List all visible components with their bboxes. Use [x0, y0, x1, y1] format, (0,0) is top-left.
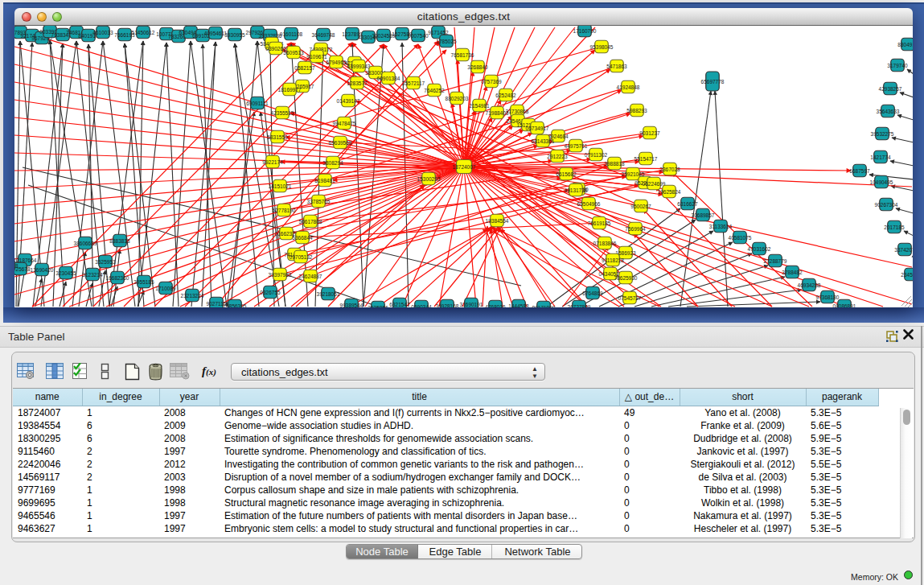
svg-text:08086891: 08086891	[833, 303, 856, 308]
svg-text:60504966: 60504966	[577, 201, 601, 207]
svg-text:69091111: 69091111	[246, 101, 269, 106]
svg-text:3988818: 3988818	[604, 161, 625, 167]
svg-text:2154981: 2154981	[469, 103, 490, 109]
svg-text:99389544: 99389544	[340, 303, 363, 308]
svg-text:49131738: 49131738	[565, 187, 588, 193]
svg-text:06734917: 06734917	[526, 126, 549, 131]
svg-text:76856395: 76856395	[224, 303, 247, 308]
svg-text:13690420: 13690420	[31, 267, 54, 273]
svg-text:52778190: 52778190	[273, 208, 296, 213]
svg-text:14151021: 14151021	[269, 183, 292, 189]
svg-text:19625824: 19625824	[658, 189, 681, 195]
svg-text:3808294: 3808294	[322, 160, 343, 166]
svg-text:69639568: 69639568	[329, 140, 352, 146]
svg-text:9717918: 9717918	[14, 263, 18, 269]
svg-text:39397983: 39397983	[269, 272, 292, 278]
svg-text:6687597: 6687597	[849, 168, 870, 174]
svg-text:39532275: 39532275	[871, 131, 894, 137]
svg-text:3268840: 3268840	[467, 64, 488, 70]
svg-text:78625930: 78625930	[614, 275, 638, 281]
svg-text:6764869: 6764869	[582, 290, 603, 296]
svg-text:40581075: 40581075	[729, 235, 752, 241]
svg-text:1283577: 1283577	[347, 80, 368, 86]
svg-text:50617808: 50617808	[299, 219, 322, 225]
svg-text:6316627: 6316627	[677, 201, 698, 207]
svg-text:31690191: 31690191	[460, 302, 483, 307]
svg-text:4610033: 4610033	[92, 30, 113, 35]
svg-text:23213224: 23213224	[181, 293, 204, 299]
svg-text:3955185: 3955185	[133, 279, 154, 285]
svg-text:3179740: 3179740	[887, 63, 908, 68]
svg-text:6831550: 6831550	[267, 134, 288, 140]
svg-text:2017185: 2017185	[884, 225, 905, 230]
svg-text:31730868: 31730868	[506, 109, 529, 114]
svg-text:76581736: 76581736	[451, 52, 474, 58]
svg-text:07545727: 07545727	[618, 295, 642, 301]
svg-text:5366844: 5366844	[292, 235, 313, 241]
svg-text:3788482: 3788482	[782, 270, 803, 275]
svg-text:51450612: 51450612	[132, 30, 155, 35]
svg-text:0326755: 0326755	[260, 290, 281, 295]
svg-text:88029203: 88029203	[446, 96, 469, 101]
svg-text:26727899: 26727899	[568, 304, 591, 308]
svg-text:1710089: 1710089	[155, 286, 176, 291]
svg-text:15300293: 15300293	[417, 176, 441, 182]
svg-text:1421774: 1421774	[870, 154, 891, 160]
svg-text:1444588: 1444588	[508, 303, 529, 308]
svg-text:3123214: 3123214	[82, 272, 103, 278]
svg-text:89171890: 89171890	[532, 305, 556, 308]
svg-text:38606689: 38606689	[74, 241, 97, 246]
svg-text:8804917: 8804917	[897, 42, 913, 47]
svg-text:42938257: 42938257	[879, 86, 902, 92]
svg-text:06224699: 06224699	[643, 181, 666, 187]
svg-text:33785765: 33785765	[307, 199, 331, 204]
svg-text:5988293: 5988293	[626, 108, 647, 113]
svg-text:40954611: 40954611	[204, 31, 228, 36]
svg-text:91601108: 91601108	[280, 31, 303, 37]
svg-text:12187664: 12187664	[14, 257, 37, 263]
svg-text:39218051: 39218051	[317, 291, 340, 297]
svg-text:25921045: 25921045	[622, 171, 645, 177]
svg-text:76619185: 76619185	[588, 220, 611, 226]
svg-text:4768036: 4768036	[485, 304, 506, 308]
svg-text:0582157: 0582157	[294, 65, 315, 71]
svg-text:3230455: 3230455	[55, 270, 76, 276]
svg-text:9171452: 9171452	[428, 30, 449, 35]
svg-text:6615682: 6615682	[556, 171, 577, 177]
svg-text:7646252: 7646252	[424, 88, 445, 93]
svg-text:9007540: 9007540	[408, 33, 429, 39]
svg-text:60901384: 60901384	[377, 76, 400, 81]
svg-text:44999343: 44999343	[347, 64, 371, 69]
svg-text:55154717: 55154717	[634, 156, 658, 162]
svg-text:6252482: 6252482	[495, 93, 516, 98]
svg-text:65697778: 65697778	[701, 79, 725, 84]
svg-text:07911302: 07911302	[585, 152, 608, 158]
svg-text:24624887: 24624887	[299, 274, 322, 279]
svg-text:97368180: 97368180	[816, 295, 840, 300]
svg-text:91118218: 91118218	[602, 257, 624, 263]
svg-text:8383838: 8383838	[109, 238, 130, 244]
svg-text:36469748: 36469748	[312, 32, 335, 38]
svg-text:17160790: 17160790	[573, 28, 597, 34]
svg-text:1785025: 1785025	[436, 39, 457, 44]
svg-text:42355515: 42355515	[271, 110, 294, 116]
svg-text:5471863: 5471863	[606, 64, 627, 69]
svg-text:47031602: 47031602	[748, 246, 771, 252]
svg-text:30689857: 30689857	[692, 212, 715, 218]
svg-text:19384554: 19384554	[486, 218, 509, 224]
svg-text:44975761: 44975761	[565, 143, 588, 149]
svg-text:0590344: 0590344	[411, 304, 432, 308]
svg-text:2912223: 2912223	[547, 154, 568, 159]
svg-text:41924848: 41924848	[617, 84, 640, 90]
svg-text:3930955: 3930955	[224, 32, 245, 38]
svg-text:27288779: 27288779	[764, 258, 787, 264]
svg-text:5609513: 5609513	[283, 50, 304, 56]
svg-text:99478475: 99478475	[333, 121, 356, 126]
svg-text:35643633: 35643633	[877, 109, 900, 114]
svg-text:9109671: 9109671	[306, 54, 327, 60]
svg-text:16682360: 16682360	[106, 275, 129, 281]
svg-text:10490495: 10490495	[870, 179, 893, 185]
svg-text:68143361: 68143361	[532, 138, 555, 144]
svg-text:09705132: 09705132	[290, 254, 313, 260]
svg-text:6794965: 6794965	[326, 60, 347, 65]
